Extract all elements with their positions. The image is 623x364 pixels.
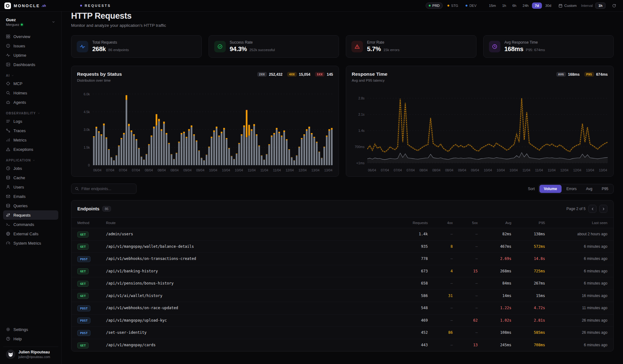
sidebar-item-logs[interactable]: Logs (3, 117, 58, 126)
sidebar-item-mcp[interactable]: MCP (3, 79, 58, 88)
sidebar-item-traces[interactable]: Traces (3, 126, 58, 135)
sidebar-item-metrics[interactable]: Metrics (3, 135, 58, 145)
table-row[interactable]: GET/api/v1/mangopay/wallet/balance-detai… (71, 241, 613, 253)
grid-icon (6, 34, 10, 39)
check-circle-icon (217, 44, 223, 49)
x-tick-label: 10/04 (222, 168, 230, 172)
filter-endpoints-input[interactable] (81, 187, 133, 191)
sort-p95-button[interactable]: P95 (597, 185, 613, 193)
requests-count: 658 (397, 281, 428, 285)
sidebar-item-external-calls[interactable]: External Calls (3, 229, 58, 238)
env-stg-button[interactable]: STG (445, 3, 461, 8)
last-seen: 6 minutes ago (549, 244, 607, 249)
sidebar-item-overview[interactable]: Overview (3, 32, 58, 41)
sort-errors-button[interactable]: Errors (562, 185, 581, 193)
env-dev-button[interactable]: DEV (463, 3, 479, 8)
sidebar-item-cache[interactable]: Cache (3, 173, 58, 182)
x-tick-label: 11/04 (248, 168, 256, 172)
table-row[interactable]: GET/api/v1/mangopay/cards443–13245ms708m… (71, 339, 613, 352)
endpoint-route: /api/v1/webhooks/on-race-updated (106, 306, 393, 310)
sort-avg-button[interactable]: Avg (582, 185, 596, 193)
env-prd-button[interactable]: PRD (426, 2, 443, 9)
range-15m-button[interactable]: 15m (486, 2, 499, 9)
stat-label: Success Rate (230, 40, 275, 45)
endpoint-route: /api/v1/pensions/bonus-history (106, 281, 393, 285)
sidebar-item-settings[interactable]: Settings (3, 325, 58, 334)
range-30d-button[interactable]: 30d (543, 2, 554, 9)
range-6h-button[interactable]: 6h (510, 2, 519, 9)
sidebar-item-users[interactable]: Users (3, 182, 58, 192)
filter-endpoints-field[interactable] (71, 184, 137, 194)
brand[interactable]: MONOCLE .sh (4, 2, 46, 9)
sidebar-item-system-metrics[interactable]: System Metrics (3, 238, 58, 248)
status-bar-chart[interactable] (93, 87, 333, 166)
column-header-5xx[interactable]: 5xx (456, 221, 478, 225)
cell-4xx: – (432, 232, 453, 236)
nav-section-ai[interactable]: AI (6, 74, 56, 77)
x-tick-label: 10/04 (510, 168, 518, 172)
cell-5xx: 62 (456, 318, 478, 323)
chevron-down-icon (32, 159, 35, 162)
user-menu[interactable]: Julien Ripouteau julien@ripouteau.com (3, 347, 58, 360)
refresh-button[interactable] (610, 2, 618, 10)
clock-icon (6, 166, 10, 170)
cell-avg: 84ms (481, 281, 511, 285)
sidebar-item-issues[interactable]: Issues (3, 41, 58, 50)
sidebar-item-commands[interactable]: Commands (3, 220, 58, 229)
range-1h-button[interactable]: 1h (499, 2, 509, 9)
table-row[interactable]: POST/api/v1/webhooks/on-transactions-cre… (71, 253, 613, 265)
cell-p95: 708ms (515, 343, 545, 347)
lines-icon (6, 119, 10, 123)
cell-4xx: 4 (432, 269, 453, 273)
column-header-p95[interactable]: P95 (515, 221, 545, 225)
table-row[interactable]: POST/api/v1/webhooks/on-race-updated548–… (71, 302, 613, 314)
sidebar-item-emails[interactable]: Emails (3, 192, 58, 201)
sidebar-item-help[interactable]: Help (3, 334, 58, 343)
sidebar-item-holmes[interactable]: Holmes (3, 88, 58, 98)
sidebar-footer-nav: SettingsHelp (3, 325, 58, 343)
stat-label: Error Rate (367, 40, 399, 45)
x-tick-label: 08/04 (432, 168, 440, 172)
latency-line-chart[interactable] (367, 87, 608, 166)
custom-range-button[interactable]: Custom (558, 4, 577, 8)
table-row[interactable]: GET/api/v1/ai/wallet/history58631–14ms15… (71, 290, 613, 302)
cell-avg: 467ms (481, 244, 511, 249)
x-tick-label: 07/04 (381, 168, 389, 172)
cell-5xx: – (456, 256, 478, 261)
cell-5xx: 13 (456, 343, 478, 347)
range-24h-button[interactable]: 24h (520, 2, 531, 9)
cell-p95: 4.72s (515, 306, 545, 310)
sidebar-item-requests[interactable]: Requests (3, 210, 58, 220)
stat-value: 5.7% (367, 46, 381, 53)
table-row[interactable]: GET/api/v1/pensions/bonus-history658––84… (71, 277, 613, 290)
sidebar-item-exceptions[interactable]: Exceptions (3, 145, 58, 154)
nav-section-observability[interactable]: Observability (6, 112, 56, 115)
x-tick-label: 13/04 (586, 168, 594, 172)
sidebar-item-agents[interactable]: Agents (3, 98, 58, 107)
last-seen: about 2 hours ago (549, 232, 607, 236)
sidebar-item-queries[interactable]: Queries (3, 201, 58, 210)
method-badge: POST (77, 330, 90, 336)
column-header-requests[interactable]: Requests (397, 221, 428, 225)
interval-value-button[interactable]: 1h (595, 2, 606, 9)
column-header-avg[interactable]: Avg (481, 221, 511, 225)
x-tick-label: 09/04 (471, 168, 479, 172)
org-switcher[interactable]: Guez Merguez (3, 15, 58, 29)
next-page-button[interactable] (599, 205, 607, 213)
prev-page-button[interactable] (588, 205, 596, 213)
table-row[interactable]: GET/admin/users1.4k––82ms138msabout 2 ho… (71, 228, 613, 241)
table-row[interactable]: GET/api/v1/banking-history673415268ms725… (71, 265, 613, 278)
sidebar-item-jobs[interactable]: Jobs (3, 164, 58, 173)
table-row[interactable]: POST/api/v1/mangopay/upload-kyc469–621.0… (71, 314, 613, 327)
x-tick-label: 09/04 (458, 168, 466, 172)
method-badge: GET (77, 268, 89, 274)
sidebar-item-uptime[interactable]: Uptime (3, 50, 58, 60)
column-header-last-seen[interactable]: Last seen (549, 221, 607, 225)
sort-volume-button[interactable]: Volume (539, 185, 561, 193)
sidebar-item-dashboards[interactable]: Dashboards (3, 60, 58, 69)
nav-section-application[interactable]: Application (6, 159, 56, 162)
stats-row: Total Requests268k86 endpointsSuccess Ra… (71, 35, 614, 58)
table-row[interactable]: POST/set-user-identity45286–108ms585ms26… (71, 327, 613, 339)
column-header-4xx[interactable]: 4xx (432, 221, 453, 225)
range-7d-button[interactable]: 7d (532, 2, 542, 9)
